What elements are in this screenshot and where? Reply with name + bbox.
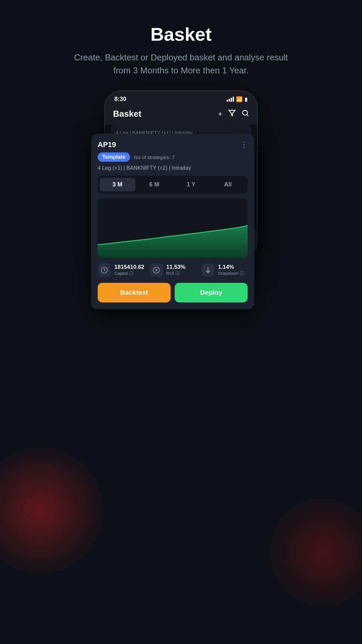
status-bar: 8:30 📶 ▮	[105, 91, 257, 105]
roi-label: ROI ⓘ	[166, 270, 186, 276]
hero-section: Basket Create, Backtest or Deployed bask…	[0, 0, 362, 90]
header-icons: +	[218, 109, 249, 119]
capital-value: 1815410.62	[114, 264, 144, 270]
filter-6m[interactable]: 6 M	[137, 178, 172, 191]
signal-bars-icon	[227, 97, 234, 102]
svg-line-2	[247, 114, 248, 116]
card-details: 4 Leg (+1) | BANKNIFTY (+2) | Intraday	[98, 165, 248, 171]
capital-icon	[98, 263, 111, 277]
filter-icon[interactable]	[228, 109, 236, 119]
filter-3m[interactable]: 3 M	[100, 178, 135, 191]
action-buttons: Backtest Deploy	[98, 283, 248, 309]
roi-value: 11.53%	[166, 264, 186, 270]
add-icon[interactable]: +	[218, 110, 222, 118]
status-time: 8:30	[114, 96, 126, 103]
stat-capital-info: 1815410.62 Capital ⓘ	[114, 264, 144, 276]
roi-icon	[150, 263, 163, 277]
card-tags: Template No of strategies: 7	[98, 152, 248, 162]
drawdown-value: 1.14%	[218, 264, 244, 270]
svg-marker-0	[229, 110, 235, 116]
card-menu-icon[interactable]: ⋮	[240, 140, 248, 149]
deploy-button[interactable]: Deploy	[175, 283, 248, 302]
hero-subtitle: Create, Backtest or Deployed basket and …	[64, 51, 298, 77]
drawdown-icon	[201, 263, 215, 277]
capital-label: Capital ⓘ	[114, 270, 144, 276]
stat-roi: 11.53% ROI ⓘ	[150, 263, 196, 277]
app-header: Basket +	[105, 105, 257, 124]
stat-roi-info: 11.53% ROI ⓘ	[166, 264, 186, 276]
stat-drawdown-info: 1.14% Drawdown ⓘ	[218, 264, 244, 276]
phone-wrapper: 8:30 📶 ▮ Basket +	[98, 90, 264, 258]
card-name: AP19	[98, 140, 116, 149]
app-title: Basket	[113, 109, 141, 119]
main-chart	[98, 198, 248, 258]
battery-icon: ▮	[245, 96, 248, 102]
stat-capital: 1815410.62 Capital ⓘ	[98, 263, 144, 277]
wifi-icon: 📶	[236, 96, 243, 102]
backtest-button[interactable]: Backtest	[98, 283, 171, 302]
time-filter: 3 M 6 M 1 Y All	[98, 176, 248, 193]
floating-card: AP19 ⋮ Template No of strategies: 7 4 Le…	[91, 134, 254, 309]
filter-all[interactable]: All	[210, 178, 246, 191]
filter-1y[interactable]: 1 Y	[173, 178, 209, 191]
card-header: AP19 ⋮	[98, 140, 248, 149]
search-icon[interactable]	[242, 109, 249, 119]
drawdown-label: Drawdown ⓘ	[218, 270, 244, 276]
stat-drawdown: 1.14% Drawdown ⓘ	[201, 263, 248, 277]
stats-row: 1815410.62 Capital ⓘ 11.53% ROI ⓘ	[98, 263, 248, 277]
template-tag: Template	[98, 152, 130, 162]
strategies-tag: No of strategies: 7	[134, 154, 175, 160]
status-icons: 📶 ▮	[227, 96, 248, 102]
hero-title: Basket	[0, 23, 362, 45]
